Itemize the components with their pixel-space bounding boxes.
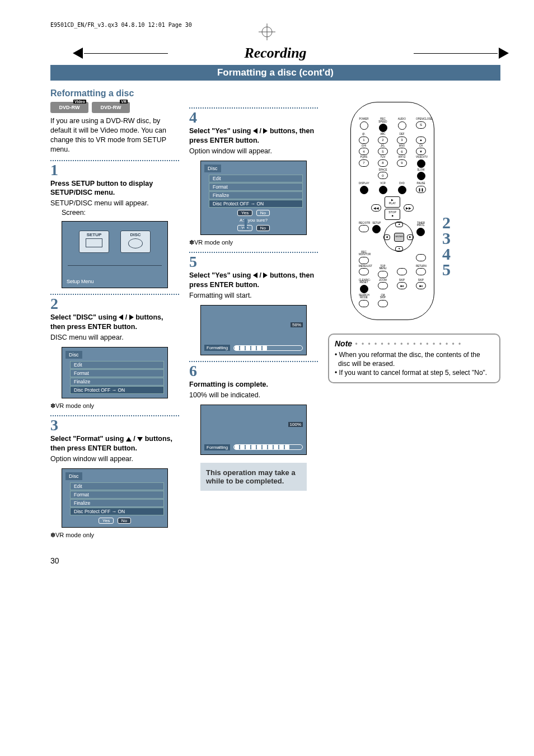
- pause-button[interactable]: ❚❚: [416, 186, 426, 193]
- display-button[interactable]: [360, 186, 368, 194]
- dvd-button[interactable]: [398, 186, 406, 194]
- timer-prog-button[interactable]: [416, 228, 425, 236]
- step-2-number: 2: [50, 296, 179, 312]
- note-box: Note • • • • • • • • • • • • • • • • • W…: [328, 334, 500, 383]
- num-9[interactable]: 9: [397, 159, 407, 167]
- page-number: 30: [50, 556, 500, 565]
- no-option: No: [256, 210, 270, 216]
- vr-mode-note: ✽VR mode only: [50, 531, 179, 539]
- stop-button[interactable]: STOP■: [385, 209, 400, 220]
- enter-button[interactable]: ENTER: [394, 233, 404, 242]
- chapter-title: Recording: [233, 45, 317, 62]
- num-0[interactable]: 0: [378, 172, 388, 179]
- fast-forward-button[interactable]: ▶▶: [404, 204, 414, 212]
- nav-left-icon: [253, 128, 257, 134]
- num-5[interactable]: 5: [378, 148, 388, 155]
- cm-skip-button[interactable]: [378, 300, 388, 307]
- step-3-title: Select "Format" using / buttons, then pr…: [50, 434, 179, 453]
- setup-screen-illustration: SETUP DISC Setup Menu: [62, 221, 168, 288]
- vr-mode-note: ✽VR mode only: [189, 238, 318, 247]
- step-1-number: 1: [50, 162, 179, 178]
- power-button[interactable]: [360, 121, 368, 130]
- num-1[interactable]: 1: [359, 137, 369, 144]
- ch-up[interactable]: ▲: [416, 137, 426, 144]
- step-6-number: 6: [189, 363, 318, 379]
- audio-button[interactable]: [398, 121, 406, 130]
- no-option: No: [118, 518, 131, 524]
- search-mode-button[interactable]: [359, 300, 369, 307]
- rec-otr-button[interactable]: [359, 225, 369, 232]
- num-3[interactable]: 3: [397, 137, 407, 144]
- menu-list-button[interactable]: [359, 268, 369, 275]
- note-item: If you want to cancel format at step 5, …: [335, 368, 494, 377]
- intro-text: If you are using a DVD-RW disc, by defau…: [50, 116, 179, 154]
- vcr-button[interactable]: [379, 186, 387, 194]
- disc-badge-video: Video DVD-RW: [50, 102, 88, 113]
- disc-tab: DISC: [120, 231, 151, 253]
- step-3-number: 3: [50, 417, 179, 433]
- step-5-number: 5: [189, 254, 318, 270]
- section-subtitle: Formatting a disc (cont'd): [50, 65, 500, 81]
- arrow-left-icon: [73, 48, 83, 59]
- note-item: When you reformat the disc, the contents…: [335, 350, 494, 368]
- disc-badge-vr: VR DVD-RW: [92, 102, 130, 113]
- step-5-body: Formatting will start.: [189, 291, 318, 300]
- open-close-button[interactable]: S: [416, 121, 426, 129]
- blank-button[interactable]: [416, 254, 426, 261]
- arrow-right-icon: [499, 48, 509, 59]
- dpad[interactable]: ▲ ▼ ◀ ▶ ENTER: [384, 222, 413, 251]
- nav-up-icon: [126, 437, 132, 442]
- step-5-title: Select "Yes" using / buttons, then press…: [189, 271, 318, 290]
- step-2-title: Select "DISC" using / buttons, then pres…: [50, 313, 179, 332]
- step-6-title: Formatting is complete.: [189, 380, 318, 389]
- crop-mark-icon: [259, 24, 275, 42]
- chapter-title-band: Recording: [50, 45, 500, 62]
- step-1-title: Press SETUP button to display SETUP/DISC…: [50, 179, 179, 198]
- num-8[interactable]: 8: [378, 159, 388, 167]
- step-4-number: 4: [189, 110, 318, 125]
- blank-button-2[interactable]: [397, 268, 407, 275]
- callout-1: 1: [241, 214, 250, 233]
- step-4-title: Select "Yes" using / buttons, then press…: [189, 126, 318, 145]
- skip-back-button[interactable]: ⏮: [397, 282, 407, 289]
- dpad-down[interactable]: ▼: [395, 246, 403, 252]
- zoom-button[interactable]: [378, 282, 388, 289]
- clear-button[interactable]: [360, 285, 368, 293]
- step-6-body: 100% will be indicated.: [189, 391, 318, 400]
- rec-monitor-button[interactable]: [359, 257, 369, 264]
- num-4[interactable]: 4: [359, 148, 369, 155]
- step-2-body: DISC menu will appear.: [50, 333, 179, 342]
- setup-button[interactable]: [372, 225, 381, 233]
- dpad-up[interactable]: ▲: [395, 222, 403, 227]
- step-1-body: SETUP/DISC menu will appear.: [50, 199, 179, 208]
- num-2[interactable]: 2: [378, 137, 388, 144]
- remote-control-diagram: 1 2 3 4 5 POWER REC SPEED AUDIO OPEN/CLO…: [350, 102, 434, 320]
- disc-menu-screen-3: Disc Edit Format Finalize Disc Protect O…: [200, 161, 307, 235]
- formatting-progress-58: 58% Formatting: [200, 305, 307, 355]
- play-button[interactable]: ▶PLAY: [385, 196, 400, 208]
- dpad-left[interactable]: ◀: [383, 234, 390, 240]
- skip-fwd-button[interactable]: ⏭: [416, 282, 426, 289]
- step-3-body: Option window will appear.: [50, 454, 179, 464]
- slow-button[interactable]: [417, 172, 425, 180]
- num-7[interactable]: 7: [359, 159, 369, 167]
- rewind-button[interactable]: ◀◀: [371, 204, 381, 212]
- nav-down-icon: [137, 437, 143, 442]
- setup-tab: SETUP: [79, 231, 109, 253]
- callout-5: 5: [442, 260, 451, 279]
- return-button[interactable]: [416, 268, 426, 275]
- formatting-progress-100: 100% Formatting: [200, 405, 307, 455]
- disc-menu-screen-1: Disc Edit Format Finalize Disc Protect O…: [62, 347, 168, 398]
- screen-label: Screen:: [62, 208, 179, 218]
- ch-down[interactable]: ▼: [416, 148, 426, 155]
- print-header: E9501CD_EN/FR_v3.qx3 04.8.10 12:01 Page …: [50, 22, 500, 28]
- top-menu-button[interactable]: [378, 271, 388, 278]
- dpad-right[interactable]: ▶: [407, 234, 414, 240]
- yes-option: Yes: [99, 518, 114, 524]
- step-4-body: Option window will appear.: [189, 147, 318, 156]
- video-tv-button[interactable]: [417, 159, 425, 168]
- num-6[interactable]: 6: [397, 148, 407, 155]
- disc-menu-screen-2: Disc Edit Format Finalize Disc Protect O…: [62, 468, 168, 528]
- vr-mode-note: ✽VR mode only: [50, 402, 179, 410]
- rec-speed-button[interactable]: [379, 124, 387, 132]
